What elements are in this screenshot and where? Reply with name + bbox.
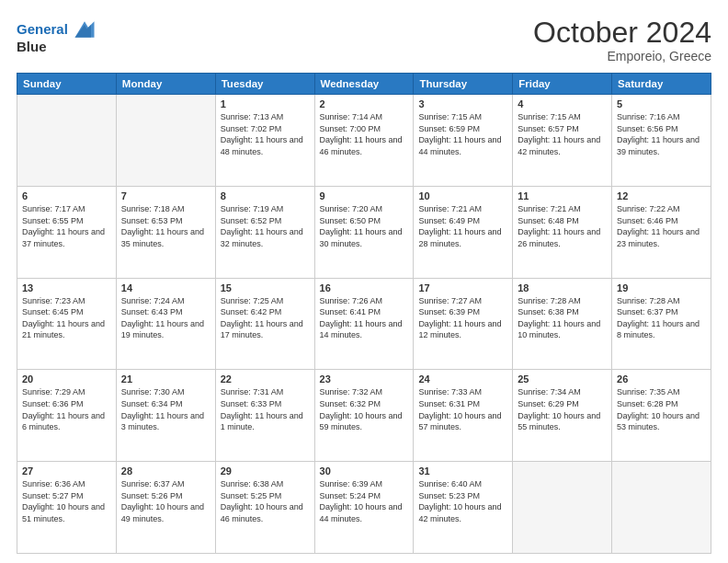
day-number: 28 — [121, 465, 210, 477]
calendar-cell: 22Sunrise: 7:31 AMSunset: 6:33 PMDayligh… — [215, 370, 314, 462]
day-info: Sunrise: 7:29 AMSunset: 6:36 PMDaylight:… — [22, 386, 111, 432]
day-number: 12 — [617, 190, 706, 201]
weekday-header-cell: Sunday — [17, 74, 117, 95]
day-number: 11 — [518, 190, 607, 201]
calendar-week-row: 6Sunrise: 7:17 AMSunset: 6:55 PMDaylight… — [17, 186, 711, 278]
calendar-cell: 8Sunrise: 7:19 AMSunset: 6:52 PMDaylight… — [215, 186, 314, 278]
day-info: Sunrise: 7:21 AMSunset: 6:48 PMDaylight:… — [518, 203, 607, 249]
day-info: Sunrise: 7:15 AMSunset: 6:57 PMDaylight:… — [518, 111, 607, 157]
day-number: 24 — [418, 373, 507, 385]
calendar-cell: 1Sunrise: 7:13 AMSunset: 7:02 PMDaylight… — [215, 95, 314, 187]
calendar-cell — [116, 95, 215, 187]
calendar-cell: 10Sunrise: 7:21 AMSunset: 6:49 PMDayligh… — [414, 186, 513, 278]
calendar-week-row: 20Sunrise: 7:29 AMSunset: 6:36 PMDayligh… — [17, 370, 711, 462]
weekday-header-row: SundayMondayTuesdayWednesdayThursdayFrid… — [17, 74, 711, 95]
weekday-header-cell: Saturday — [612, 74, 711, 95]
logo: General Blue — [17, 17, 97, 54]
day-info: Sunrise: 7:35 AMSunset: 6:28 PMDaylight:… — [617, 386, 706, 432]
logo-icon — [72, 17, 97, 42]
day-info: Sunrise: 7:13 AMSunset: 7:02 PMDaylight:… — [221, 111, 310, 157]
day-info: Sunrise: 6:40 AMSunset: 5:23 PMDaylight:… — [418, 478, 507, 524]
day-info: Sunrise: 7:28 AMSunset: 6:38 PMDaylight:… — [518, 295, 607, 341]
day-info: Sunrise: 7:25 AMSunset: 6:42 PMDaylight:… — [221, 295, 310, 341]
calendar-cell: 25Sunrise: 7:34 AMSunset: 6:29 PMDayligh… — [513, 370, 612, 462]
day-number: 3 — [418, 98, 507, 109]
day-number: 25 — [518, 373, 607, 385]
day-number: 22 — [221, 373, 310, 385]
day-number: 18 — [518, 282, 607, 293]
day-number: 21 — [121, 373, 210, 385]
day-number: 8 — [221, 190, 310, 201]
calendar-cell: 4Sunrise: 7:15 AMSunset: 6:57 PMDaylight… — [513, 95, 612, 187]
day-number: 9 — [320, 190, 409, 201]
day-number: 4 — [518, 98, 607, 109]
calendar-cell: 17Sunrise: 7:27 AMSunset: 6:39 PMDayligh… — [414, 278, 513, 370]
day-info: Sunrise: 7:23 AMSunset: 6:45 PMDaylight:… — [22, 295, 111, 341]
logo-text: General — [17, 21, 68, 37]
day-number: 26 — [617, 373, 706, 385]
calendar-week-row: 1Sunrise: 7:13 AMSunset: 7:02 PMDaylight… — [17, 95, 711, 187]
day-info: Sunrise: 7:22 AMSunset: 6:46 PMDaylight:… — [617, 203, 706, 249]
day-info: Sunrise: 7:21 AMSunset: 6:49 PMDaylight:… — [418, 203, 507, 249]
page-header: General Blue October 2024 Emporeio, Gree… — [17, 17, 711, 63]
calendar-cell — [612, 462, 711, 554]
day-info: Sunrise: 7:15 AMSunset: 6:59 PMDaylight:… — [418, 111, 507, 157]
calendar-cell: 18Sunrise: 7:28 AMSunset: 6:38 PMDayligh… — [513, 278, 612, 370]
calendar-cell: 27Sunrise: 6:36 AMSunset: 5:27 PMDayligh… — [17, 462, 117, 554]
day-number: 15 — [221, 282, 310, 293]
day-info: Sunrise: 7:26 AMSunset: 6:41 PMDaylight:… — [320, 295, 409, 341]
day-info: Sunrise: 6:39 AMSunset: 5:24 PMDaylight:… — [320, 478, 409, 524]
calendar-cell: 3Sunrise: 7:15 AMSunset: 6:59 PMDaylight… — [414, 95, 513, 187]
day-number: 7 — [121, 190, 210, 201]
calendar-cell: 11Sunrise: 7:21 AMSunset: 6:48 PMDayligh… — [513, 186, 612, 278]
day-info: Sunrise: 7:33 AMSunset: 6:31 PMDaylight:… — [418, 386, 507, 432]
day-number: 27 — [22, 465, 111, 477]
calendar-body: 1Sunrise: 7:13 AMSunset: 7:02 PMDaylight… — [17, 95, 711, 554]
day-info: Sunrise: 7:18 AMSunset: 6:53 PMDaylight:… — [121, 203, 210, 249]
day-info: Sunrise: 7:19 AMSunset: 6:52 PMDaylight:… — [221, 203, 310, 249]
calendar-cell: 24Sunrise: 7:33 AMSunset: 6:31 PMDayligh… — [414, 370, 513, 462]
calendar-cell: 13Sunrise: 7:23 AMSunset: 6:45 PMDayligh… — [17, 278, 117, 370]
month-title: October 2024 — [533, 17, 711, 49]
calendar-cell: 23Sunrise: 7:32 AMSunset: 6:32 PMDayligh… — [314, 370, 414, 462]
calendar-cell: 28Sunrise: 6:37 AMSunset: 5:26 PMDayligh… — [116, 462, 215, 554]
day-info: Sunrise: 7:28 AMSunset: 6:37 PMDaylight:… — [617, 295, 706, 341]
location: Emporeio, Greece — [533, 49, 711, 63]
day-info: Sunrise: 7:24 AMSunset: 6:43 PMDaylight:… — [121, 295, 210, 341]
title-block: October 2024 Emporeio, Greece — [533, 17, 711, 63]
calendar-cell: 19Sunrise: 7:28 AMSunset: 6:37 PMDayligh… — [612, 278, 711, 370]
day-info: Sunrise: 7:17 AMSunset: 6:55 PMDaylight:… — [22, 203, 111, 249]
day-info: Sunrise: 6:36 AMSunset: 5:27 PMDaylight:… — [22, 478, 111, 524]
day-number: 17 — [418, 282, 507, 293]
calendar-cell: 6Sunrise: 7:17 AMSunset: 6:55 PMDaylight… — [17, 186, 117, 278]
day-number: 20 — [22, 373, 111, 385]
weekday-header-cell: Thursday — [414, 74, 513, 95]
day-number: 13 — [22, 282, 111, 293]
day-info: Sunrise: 6:37 AMSunset: 5:26 PMDaylight:… — [121, 478, 210, 524]
calendar-cell: 9Sunrise: 7:20 AMSunset: 6:50 PMDaylight… — [314, 186, 414, 278]
day-number: 30 — [320, 465, 409, 477]
calendar-cell — [513, 462, 612, 554]
day-info: Sunrise: 7:14 AMSunset: 7:00 PMDaylight:… — [320, 111, 409, 157]
day-info: Sunrise: 7:20 AMSunset: 6:50 PMDaylight:… — [320, 203, 409, 249]
calendar-cell: 31Sunrise: 6:40 AMSunset: 5:23 PMDayligh… — [414, 462, 513, 554]
calendar-cell: 2Sunrise: 7:14 AMSunset: 7:00 PMDaylight… — [314, 95, 414, 187]
day-number: 10 — [418, 190, 507, 201]
day-info: Sunrise: 6:38 AMSunset: 5:25 PMDaylight:… — [221, 478, 310, 524]
calendar-cell: 26Sunrise: 7:35 AMSunset: 6:28 PMDayligh… — [612, 370, 711, 462]
day-info: Sunrise: 7:16 AMSunset: 6:56 PMDaylight:… — [617, 111, 706, 157]
calendar-cell: 12Sunrise: 7:22 AMSunset: 6:46 PMDayligh… — [612, 186, 711, 278]
calendar-cell: 30Sunrise: 6:39 AMSunset: 5:24 PMDayligh… — [314, 462, 414, 554]
weekday-header-cell: Wednesday — [314, 74, 414, 95]
day-number: 2 — [320, 98, 409, 109]
calendar-cell — [17, 95, 117, 187]
day-info: Sunrise: 7:30 AMSunset: 6:34 PMDaylight:… — [121, 386, 210, 432]
day-number: 31 — [418, 465, 507, 477]
day-number: 1 — [221, 98, 310, 109]
day-info: Sunrise: 7:32 AMSunset: 6:32 PMDaylight:… — [320, 386, 409, 432]
weekday-header-cell: Friday — [513, 74, 612, 95]
day-info: Sunrise: 7:27 AMSunset: 6:39 PMDaylight:… — [418, 295, 507, 341]
day-number: 19 — [617, 282, 706, 293]
day-number: 14 — [121, 282, 210, 293]
day-number: 23 — [320, 373, 409, 385]
